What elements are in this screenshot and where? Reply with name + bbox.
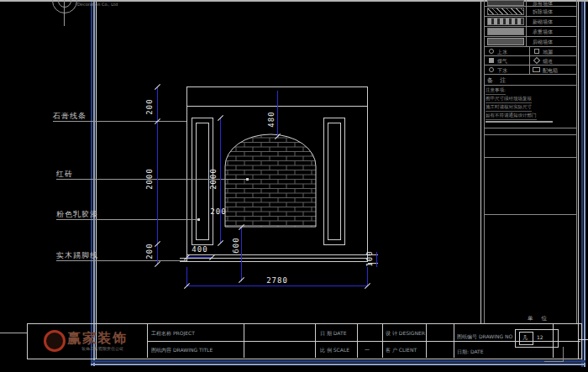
company-name-en: Decoration Co., Ltd [77, 2, 118, 7]
company-logo-icon [44, 330, 66, 352]
scale-value: — [365, 346, 370, 352]
walltype-label-3: 承重墙体 [533, 29, 553, 36]
frame-left-steel [93, 2, 95, 366]
leader-pink-latex-dot [197, 218, 200, 221]
legend-table-left [484, 0, 485, 323]
note-line-2: 施工时请核对实际尺寸 [486, 104, 532, 112]
dim-line-left-chain [157, 86, 158, 265]
symbol-label-water-supply: 上水 [497, 49, 507, 56]
symbol-label-distribution-box: 配电箱 [543, 67, 558, 75]
symbol-label-gas: 煤气 [497, 58, 507, 65]
walltype-swatch-solid-dark [487, 0, 524, 6]
dim-line-arch-top [277, 91, 278, 136]
symbol-label-floor-drain: 地漏 [543, 49, 553, 56]
date2-label: 日期: DATE [457, 348, 484, 356]
dim-line-total [186, 286, 368, 286]
dim-wall-2000: 2000 [145, 165, 154, 193]
project-label: 工程名称 PROJECT [151, 330, 195, 338]
remarks-title: 备 注 [487, 76, 508, 85]
frame-bottom-steel [91, 364, 585, 365]
viewport-edge-mark [0, 333, 27, 333]
leader-pink-latex [56, 219, 199, 220]
note-line-0: 注意事项: [486, 87, 506, 95]
frame-bottom-navy [91, 360, 585, 363]
walltype-swatch-textured [487, 38, 524, 45]
dim-base-200: 200 [145, 238, 154, 264]
leader-skirting [56, 260, 186, 261]
drain-icon [489, 67, 494, 72]
dim-gap-200: 200 [208, 207, 228, 216]
walltype-swatch-solid-gray [487, 28, 524, 35]
left-panel-inner [196, 123, 209, 240]
dim-hearth-600: 600 [232, 233, 240, 258]
sheet-number-value: 12 [537, 334, 543, 340]
drawing-title-label: 图纸内容 DRAWING TITLE [151, 347, 213, 354]
frame-right-steel [584, 2, 585, 367]
brick-arch [223, 133, 318, 228]
note-line-3: 如有不符请通知设计部门 [486, 113, 537, 120]
wall-left-line [186, 86, 187, 262]
scale-label: 比 例 SCALE [320, 347, 349, 354]
frame-right-white [578, 2, 579, 359]
baseboard-line-2 [180, 258, 368, 259]
dim-line-panel-width [186, 257, 213, 258]
legend-col-left-border [480, 2, 481, 323]
date-label: 日 期 DATE [320, 330, 346, 338]
right-edge-tick [578, 339, 588, 340]
dim-line-panel-height [220, 118, 221, 244]
right-panel-inner [328, 123, 341, 240]
walltype-swatch-dashed [487, 18, 524, 25]
company-subtitle: 装饰工程有限责任公司 [81, 346, 123, 351]
dim-line-hearth [241, 227, 242, 281]
dim-arch-480: 480 [267, 107, 276, 132]
crop-mark-vertical [563, 347, 564, 362]
dim-crown-200: 200 [145, 94, 154, 119]
frame-left-navy [91, 2, 92, 366]
walltype-swatch-crosshatch [487, 8, 524, 15]
crop-mark-horizontal [544, 361, 564, 362]
designer-label: 设 计 DESIGNER [386, 330, 425, 338]
flue-icon [533, 57, 540, 64]
gas-icon [489, 58, 494, 63]
legend-table-right [576, 0, 577, 323]
water-supply-icon [489, 49, 494, 54]
ext-line-total-left [186, 267, 187, 286]
walltype-label-4: 后砌墙体 [533, 39, 553, 46]
wall-right-line [367, 86, 368, 262]
walltype-label-0: 原有墙体 [533, 0, 553, 8]
walltype-label-1: 拆除墙体 [533, 8, 553, 16]
distribution-box-icon [533, 67, 540, 72]
ext-line-total-right [367, 267, 368, 286]
leader-gypsum [53, 121, 186, 122]
client-label: 客 户 CLIENT [386, 347, 417, 354]
dim-line-base-right [376, 252, 377, 267]
frame-right-navy [581, 2, 583, 367]
cad-drawing-canvas[interactable]: Decoration Co., Ltd 石膏线条 红砖 粉色乳胶漆 实木踢脚线 … [0, 0, 588, 372]
sheet-number-glyph: 几 [522, 334, 528, 342]
baseboard-line-3 [180, 261, 368, 262]
floor-drain-icon [534, 49, 539, 54]
frame-left-white [96, 2, 97, 359]
note-line-1: 图中尺寸须经现场复核 [486, 96, 532, 103]
dim-panel-2000: 2000 [209, 165, 218, 193]
leader-redbrick-dot [246, 178, 249, 181]
walltype-label-2: 新砌墙体 [533, 18, 553, 26]
symbol-label-drain: 下水 [497, 67, 507, 75]
unit-label: 单 位 [528, 315, 550, 322]
company-name-cn: 赢家装饰 [67, 330, 128, 348]
dim-total-2780: 2780 [260, 276, 294, 285]
symbol-label-flue: 烟道 [543, 58, 553, 65]
note-underline-bar [486, 121, 553, 123]
compass-logo-axis [64, 0, 65, 26]
drawing-no-label: 图纸编号 DRAWING NO [457, 333, 512, 341]
wall-top-line [186, 86, 368, 87]
dim-panel-400: 400 [188, 245, 212, 254]
legend-table-mid [526, 0, 527, 46]
